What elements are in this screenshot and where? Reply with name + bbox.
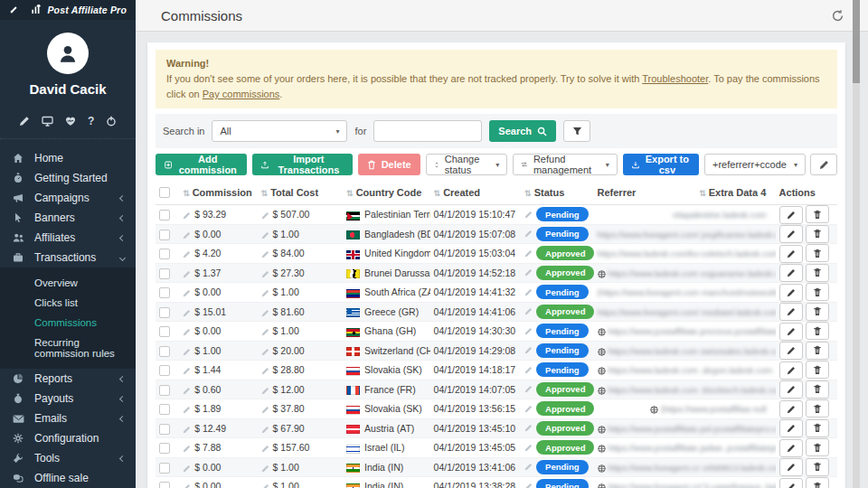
delete-row-button[interactable]: [806, 380, 829, 399]
column-header-created[interactable]: ⇅Created: [430, 182, 522, 205]
visible-columns-select[interactable]: +referrerr+ccode ▾: [704, 154, 806, 175]
column-header-total-cost[interactable]: ⇅Total Cost: [258, 182, 344, 205]
status-badge[interactable]: Approved: [536, 246, 593, 260]
row-checkbox[interactable]: [159, 424, 170, 435]
edit-pencil-icon[interactable]: [183, 348, 191, 356]
scrollbar-thumb[interactable]: [853, 0, 860, 83]
refresh-icon[interactable]: [831, 9, 844, 23]
delete-row-button[interactable]: [806, 283, 829, 301]
column-header-country-code[interactable]: ⇅Country Code: [343, 182, 430, 205]
status-badge[interactable]: Pending: [536, 324, 588, 338]
edit-row-button[interactable]: [779, 206, 803, 224]
edit-pencil-icon[interactable]: [261, 250, 269, 258]
edit-pencil-icon[interactable]: [261, 465, 269, 473]
edit-pencil-icon[interactable]: [183, 387, 191, 395]
edit-pencil-icon[interactable]: [261, 289, 269, 297]
row-checkbox[interactable]: [159, 268, 170, 279]
sidebar-item-tools[interactable]: Tools: [0, 448, 136, 468]
delete-row-button[interactable]: [806, 244, 829, 262]
app-logo[interactable]: Post Affiliate Pro: [31, 2, 127, 18]
delete-row-button[interactable]: [806, 205, 829, 223]
status-badge[interactable]: Approved: [536, 421, 593, 436]
delete-row-button[interactable]: [806, 264, 829, 282]
row-checkbox[interactable]: [159, 443, 170, 454]
edit-pencil-icon[interactable]: [524, 385, 533, 393]
heart-icon[interactable]: [65, 115, 76, 127]
sidebar-item-offline-sale[interactable]: Offline sale: [0, 468, 136, 488]
edit-pencil-icon[interactable]: [524, 327, 533, 335]
delete-row-button[interactable]: [806, 458, 829, 476]
edit-pencil-icon[interactable]: [524, 444, 533, 452]
sidebar-item-overview[interactable]: Overview: [0, 273, 136, 293]
sort-icon[interactable]: ⇅: [434, 189, 441, 198]
edit-pencil-icon[interactable]: [261, 309, 269, 317]
status-badge[interactable]: Approved: [536, 305, 593, 319]
edit-pencil-icon[interactable]: [261, 270, 269, 278]
pencil-icon[interactable]: [19, 115, 30, 127]
edit-row-button[interactable]: [779, 225, 803, 243]
edit-pencil-icon[interactable]: [524, 424, 533, 432]
sidebar-item-getting-started[interactable]: Getting Started: [0, 168, 136, 188]
avatar[interactable]: [47, 33, 89, 74]
sidebar-item-clicks-list[interactable]: Clicks list: [0, 293, 136, 313]
edit-row-button[interactable]: [779, 478, 803, 488]
edit-pencil-icon[interactable]: [261, 483, 269, 488]
edit-pencil-icon[interactable]: [183, 465, 191, 473]
delete-row-button[interactable]: [806, 399, 829, 418]
status-badge[interactable]: Pending: [536, 479, 588, 488]
row-checkbox[interactable]: [159, 230, 170, 240]
sidebar-item-transactions[interactable]: Transactions: [0, 248, 136, 267]
edit-pencil-icon[interactable]: [524, 366, 533, 374]
delete-row-button[interactable]: [806, 438, 829, 456]
sidebar-item-affiliates[interactable]: Affiliates: [0, 228, 136, 248]
edit-pencil-icon[interactable]: [183, 328, 191, 336]
edit-row-button[interactable]: [779, 323, 803, 341]
edit-pencil-icon[interactable]: [261, 348, 269, 356]
delete-row-button[interactable]: [806, 477, 829, 488]
edit-pencil-icon[interactable]: [261, 211, 269, 220]
sort-icon[interactable]: ⇅: [699, 189, 706, 198]
refund-management-select[interactable]: Refund management ▾: [513, 154, 618, 175]
delete-row-button[interactable]: [806, 225, 829, 243]
delete-row-button[interactable]: [806, 303, 829, 321]
status-badge[interactable]: Approved: [536, 401, 593, 416]
troubleshooter-link[interactable]: Troubleshooter: [642, 73, 708, 84]
search-field-select[interactable]: All ▾: [212, 120, 347, 142]
edit-pencil-icon[interactable]: [183, 250, 191, 258]
row-checkbox[interactable]: [159, 365, 170, 376]
column-header-commission[interactable]: ⇅Commission: [179, 182, 257, 205]
help-icon[interactable]: ?: [88, 115, 94, 127]
add-commission-button[interactable]: Add commission: [156, 154, 247, 175]
edit-row-button[interactable]: [779, 303, 803, 321]
column-header-extra-data-4[interactable]: ⇅Extra Data 4: [695, 182, 775, 205]
edit-pencil-icon[interactable]: [183, 426, 191, 434]
edit-pencil-icon[interactable]: [261, 231, 269, 239]
status-badge[interactable]: Pending: [536, 285, 588, 299]
edit-pencil-icon[interactable]: [183, 289, 191, 297]
edit-pencil-icon[interactable]: [183, 309, 191, 317]
vertical-scrollbar[interactable]: [853, 0, 860, 488]
status-badge[interactable]: Pending: [536, 227, 588, 241]
status-badge[interactable]: Approved: [536, 266, 593, 280]
delete-row-button[interactable]: [806, 322, 829, 340]
sidebar-item-recurring-commission-rules[interactable]: Recurring commission rules: [0, 333, 136, 363]
row-checkbox[interactable]: [159, 307, 170, 318]
edit-pencil-icon[interactable]: [183, 231, 191, 239]
row-checkbox[interactable]: [159, 404, 170, 415]
status-badge[interactable]: Approved: [536, 440, 593, 455]
edit-pencil-icon[interactable]: [524, 268, 533, 277]
edit-pencil-icon[interactable]: [524, 288, 533, 296]
row-checkbox[interactable]: [159, 463, 170, 474]
sidebar-item-commissions[interactable]: Commissions: [0, 313, 136, 333]
sidebar-item-banners[interactable]: Banners: [0, 208, 136, 228]
edit-row-button[interactable]: [779, 284, 803, 302]
delete-row-button[interactable]: [806, 361, 829, 379]
change-status-select[interactable]: Change status ▾: [426, 154, 508, 175]
edit-row-button[interactable]: [779, 400, 803, 418]
delete-row-button[interactable]: [806, 419, 829, 437]
edit-pencil-icon[interactable]: [524, 483, 533, 488]
status-badge[interactable]: Pending: [536, 207, 588, 221]
row-checkbox[interactable]: [159, 326, 170, 337]
edit-pencil-icon[interactable]: [524, 230, 533, 238]
power-icon[interactable]: [106, 115, 117, 127]
